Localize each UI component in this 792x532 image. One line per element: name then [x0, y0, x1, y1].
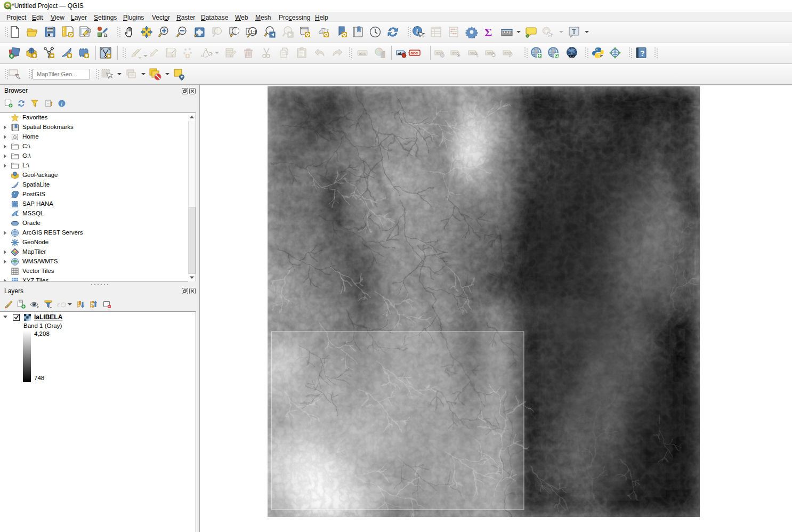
svg-text:abc: abc: [470, 51, 476, 55]
svg-text:1:1: 1:1: [250, 29, 257, 35]
svg-text:ε: ε: [57, 301, 60, 308]
svg-text:abc: abc: [504, 51, 511, 55]
svg-text:?: ?: [640, 49, 645, 58]
svg-text:abc: abc: [411, 51, 418, 55]
svg-text:abc: abc: [359, 51, 366, 56]
svg-text:T: T: [572, 27, 576, 35]
svg-text:Σ: Σ: [484, 26, 492, 38]
svg-text:a: a: [104, 31, 108, 38]
